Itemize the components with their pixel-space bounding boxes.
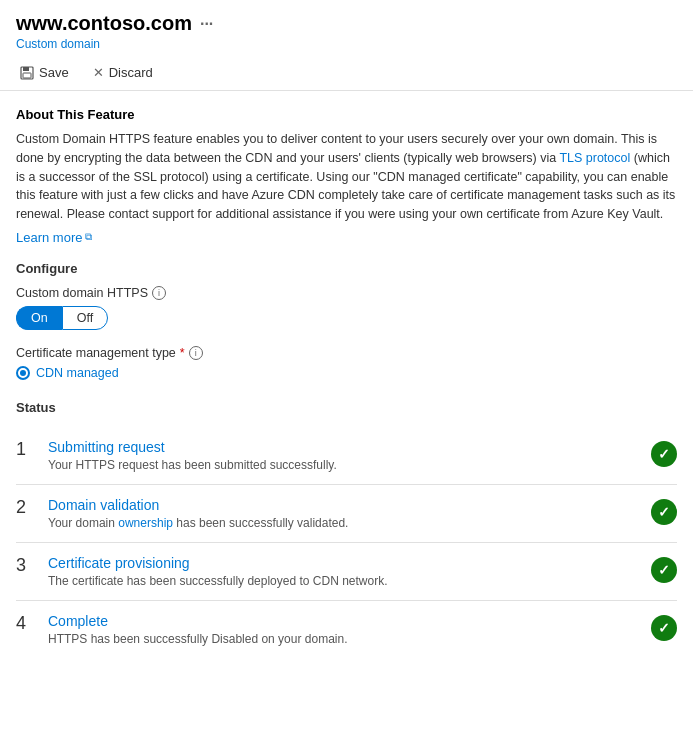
- learn-more-link[interactable]: Learn more ⧉: [16, 230, 92, 245]
- status-content-2: Domain validation Your domain ownership …: [44, 497, 639, 530]
- configure-section: Configure Custom domain HTTPS i On Off C…: [16, 261, 677, 380]
- title-text: www.contoso.com: [16, 12, 192, 35]
- https-info-icon[interactable]: i: [152, 286, 166, 300]
- more-options-icon[interactable]: ···: [200, 15, 213, 33]
- save-button[interactable]: Save: [16, 63, 73, 82]
- status-check-1: ✓: [651, 441, 677, 467]
- cert-label-text: Certificate management type: [16, 346, 176, 360]
- status-number-3: 3: [16, 555, 44, 576]
- https-toggle: On Off: [16, 306, 677, 330]
- status-item-4: 4 Complete HTTPS has been successfully D…: [16, 601, 677, 658]
- cert-section: Certificate management type * i CDN mana…: [16, 346, 677, 380]
- checkmark-3: ✓: [658, 563, 670, 577]
- page-subtitle: Custom domain: [16, 37, 677, 51]
- status-number-2: 2: [16, 497, 44, 518]
- about-description: Custom Domain HTTPS feature enables you …: [16, 130, 677, 224]
- status-item-1: 1 Submitting request Your HTTPS request …: [16, 427, 677, 485]
- status-title-3: Certificate provisioning: [48, 555, 639, 571]
- status-title-1: Submitting request: [48, 439, 639, 455]
- main-content: About This Feature Custom Domain HTTPS f…: [0, 91, 693, 674]
- status-content-1: Submitting request Your HTTPS request ha…: [44, 439, 639, 472]
- status-content-3: Certificate provisioning The certificate…: [44, 555, 639, 588]
- checkmark-4: ✓: [658, 621, 670, 635]
- configure-title: Configure: [16, 261, 677, 276]
- status-desc-1: Your HTTPS request has been submitted su…: [48, 458, 639, 472]
- page-header: www.contoso.com ··· Custom domain: [0, 0, 693, 55]
- https-label-text: Custom domain HTTPS: [16, 286, 148, 300]
- checkmark-1: ✓: [658, 447, 670, 461]
- status-desc-4: HTTPS has been successfully Disabled on …: [48, 632, 639, 646]
- status-title-2: Domain validation: [48, 497, 639, 513]
- save-icon: [20, 66, 34, 80]
- svg-rect-2: [23, 73, 31, 78]
- svg-rect-1: [23, 67, 29, 71]
- about-section: About This Feature Custom Domain HTTPS f…: [16, 107, 677, 261]
- discard-icon: ✕: [93, 65, 104, 80]
- required-indicator: *: [180, 346, 185, 360]
- page-title: www.contoso.com ···: [16, 12, 677, 35]
- toggle-on-button[interactable]: On: [16, 306, 62, 330]
- cdn-managed-label: CDN managed: [36, 366, 119, 380]
- status-section: Status 1 Submitting request Your HTTPS r…: [16, 400, 677, 658]
- status-check-4: ✓: [651, 615, 677, 641]
- about-title: About This Feature: [16, 107, 677, 122]
- cert-info-icon[interactable]: i: [189, 346, 203, 360]
- toggle-off-button[interactable]: Off: [62, 306, 108, 330]
- cert-field-label: Certificate management type * i: [16, 346, 677, 360]
- save-label: Save: [39, 65, 69, 80]
- discard-button[interactable]: ✕ Discard: [89, 63, 157, 82]
- tls-link[interactable]: TLS protocol: [559, 151, 630, 165]
- status-title-4: Complete: [48, 613, 639, 629]
- status-desc-2: Your domain ownership has been successfu…: [48, 516, 639, 530]
- checkmark-2: ✓: [658, 505, 670, 519]
- external-link-icon: ⧉: [85, 231, 92, 243]
- status-number-4: 4: [16, 613, 44, 634]
- status-check-2: ✓: [651, 499, 677, 525]
- status-item-2: 2 Domain validation Your domain ownershi…: [16, 485, 677, 543]
- status-check-3: ✓: [651, 557, 677, 583]
- desc-2-pre: Your domain: [48, 516, 118, 530]
- status-title: Status: [16, 400, 677, 415]
- ownership-link[interactable]: ownership: [118, 516, 173, 530]
- status-number-1: 1: [16, 439, 44, 460]
- radio-button-cdn[interactable]: [16, 366, 30, 380]
- status-desc-3: The certificate has been successfully de…: [48, 574, 639, 588]
- discard-label: Discard: [109, 65, 153, 80]
- learn-more-text: Learn more: [16, 230, 82, 245]
- status-item-3: 3 Certificate provisioning The certifica…: [16, 543, 677, 601]
- https-field-label: Custom domain HTTPS i: [16, 286, 677, 300]
- radio-inner: [20, 370, 26, 376]
- cdn-managed-option[interactable]: CDN managed: [16, 366, 677, 380]
- toolbar: Save ✕ Discard: [0, 55, 693, 91]
- status-content-4: Complete HTTPS has been successfully Dis…: [44, 613, 639, 646]
- desc-2-post: has been successfully validated.: [173, 516, 348, 530]
